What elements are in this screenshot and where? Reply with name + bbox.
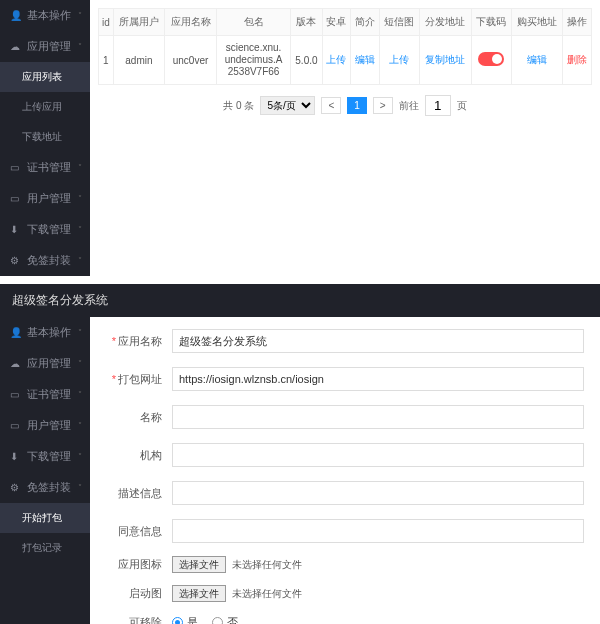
cell-intro[interactable]: 编辑 [351, 36, 380, 85]
name-input[interactable] [172, 405, 584, 429]
chevron-down-icon: ˅ [78, 256, 82, 265]
form-row: *应用名称 [106, 329, 584, 353]
launch-file-button[interactable]: 选择文件 [172, 585, 226, 602]
launch-file-text: 未选择任何文件 [232, 588, 302, 599]
chevron-down-icon: ˅ [78, 483, 82, 492]
menu-icon: ⚙ [10, 482, 22, 493]
top-app: 👤基本操作˅☁应用管理˅应用列表上传应用下载地址▭证书管理˅▭用户管理˅⬇下载管… [0, 0, 600, 276]
form-label: *打包网址 [106, 372, 162, 387]
menu-icon: ⚙ [10, 255, 22, 266]
cell-dist[interactable]: 复制地址 [419, 36, 471, 85]
cell-user: admin [113, 36, 165, 85]
table-header: 购买地址 [511, 9, 563, 36]
sidebar-item[interactable]: 上传应用 [0, 92, 90, 122]
sidebar-item[interactable]: 👤基本操作˅ [0, 0, 90, 31]
switch-toggle[interactable] [478, 52, 504, 66]
form-label: 应用图标 [106, 557, 162, 572]
cell-id: 1 [99, 36, 114, 85]
menu-icon: ▭ [10, 420, 22, 431]
sidebar-item[interactable]: 应用列表 [0, 62, 90, 92]
cell-buy[interactable]: 删除 [563, 36, 592, 85]
sidebar-item[interactable]: ▭证书管理˅ [0, 152, 90, 183]
sidebar-item[interactable]: ☁应用管理˅ [0, 31, 90, 62]
sidebar-item[interactable]: 打包记录 [0, 533, 90, 563]
menu-icon: 👤 [10, 10, 22, 21]
form-row: 描述信息 [106, 481, 584, 505]
remove-yes[interactable]: 是 [172, 615, 198, 624]
sidebar-label: 免签封装 [27, 480, 71, 495]
sidebar-item[interactable]: ▭用户管理˅ [0, 183, 90, 214]
form-label: *应用名称 [106, 334, 162, 349]
table-header: 版本 [291, 9, 322, 36]
cell-pkg: science.xnu.undecimus.A2538V7F66 [216, 36, 291, 85]
chevron-down-icon: ˅ [78, 390, 82, 399]
form-label: 启动图 [106, 586, 162, 601]
sidebar-item[interactable]: ▭用户管理˅ [0, 410, 90, 441]
chevron-down-icon: ˅ [78, 328, 82, 337]
pager-goto-input[interactable] [425, 95, 451, 116]
desc-input[interactable] [172, 481, 584, 505]
sidebar-label: 用户管理 [27, 418, 71, 433]
url-input[interactable] [172, 367, 584, 391]
sidebar-item[interactable]: ⬇下载管理˅ [0, 441, 90, 472]
icon-file-button[interactable]: 选择文件 [172, 556, 226, 573]
form-row: 名称 [106, 405, 584, 429]
form-label: 描述信息 [106, 486, 162, 501]
pager-prev[interactable]: < [321, 97, 341, 114]
sidebar-label: 证书管理 [27, 160, 71, 175]
chevron-down-icon: ˅ [78, 452, 82, 461]
table-header: 所属用户 [113, 9, 165, 36]
consent-input[interactable] [172, 519, 584, 543]
cell-sms[interactable]: 上传 [379, 36, 419, 85]
bottom-app: 超级签名分发系统 👤基本操作˅☁应用管理˅▭证书管理˅▭用户管理˅⬇下载管理˅⚙… [0, 284, 600, 624]
cell-name: unc0ver [165, 36, 217, 85]
sidebar-label: 打包记录 [22, 541, 62, 555]
pager-page[interactable]: 1 [347, 97, 367, 114]
sidebar-label: 基本操作 [27, 325, 71, 340]
sidebar-label: 上传应用 [22, 100, 62, 114]
sidebar-label: 应用管理 [27, 356, 71, 371]
sidebar-label: 免签封装 [27, 253, 71, 268]
sidebar-item[interactable]: ☁应用管理˅ [0, 348, 90, 379]
org-input[interactable] [172, 443, 584, 467]
form-label: 可移除 [106, 615, 162, 624]
sidebar-item[interactable]: ⬇下载管理˅ [0, 214, 90, 245]
sidebar-item[interactable]: 👤基本操作˅ [0, 317, 90, 348]
chevron-down-icon: ˅ [78, 194, 82, 203]
table-header: id [99, 9, 114, 36]
table-header: 分发地址 [419, 9, 471, 36]
form-row: *打包网址 [106, 367, 584, 391]
app-header: 超级签名分发系统 [0, 284, 600, 317]
sidebar-item[interactable]: 开始打包 [0, 503, 90, 533]
remove-no[interactable]: 否 [212, 615, 238, 624]
table-header: 应用名称 [165, 9, 217, 36]
chevron-down-icon: ˅ [78, 163, 82, 172]
form-row: 应用图标选择文件未选择任何文件 [106, 557, 584, 572]
top-main: id所属用户应用名称包名版本安卓简介短信图分发地址下载码购买地址操作 1admi… [90, 0, 600, 276]
table-header: 简介 [351, 9, 380, 36]
pager-next[interactable]: > [373, 97, 393, 114]
form-row: 启动图选择文件未选择任何文件 [106, 586, 584, 601]
chevron-down-icon: ˅ [78, 359, 82, 368]
pager-size[interactable]: 5条/页 [260, 96, 315, 115]
sidebar-label: 下载地址 [22, 130, 62, 144]
appname-input[interactable] [172, 329, 584, 353]
sidebar-item[interactable]: ⚙免签封装˅ [0, 472, 90, 503]
cell-android[interactable]: 上传 [322, 36, 351, 85]
form-label: 同意信息 [106, 524, 162, 539]
sidebar-label: 下载管理 [27, 449, 71, 464]
table-header: 下载码 [471, 9, 511, 36]
chevron-down-icon: ˅ [78, 42, 82, 51]
menu-icon: ▭ [10, 389, 22, 400]
cell-dl[interactable]: 编辑 [511, 36, 563, 85]
form-row: 同意信息 [106, 519, 584, 543]
cell-ver: 5.0.0 [291, 36, 322, 85]
sidebar-item[interactable]: ▭证书管理˅ [0, 379, 90, 410]
sidebar-item[interactable]: ⚙免签封装˅ [0, 245, 90, 276]
top-sidebar: 👤基本操作˅☁应用管理˅应用列表上传应用下载地址▭证书管理˅▭用户管理˅⬇下载管… [0, 0, 90, 276]
menu-icon: ☁ [10, 41, 22, 52]
pager: 共 0 条 5条/页 < 1 > 前往 页 [98, 95, 592, 116]
table-header: 包名 [216, 9, 291, 36]
sidebar-item[interactable]: 下载地址 [0, 122, 90, 152]
menu-icon: ▭ [10, 162, 22, 173]
